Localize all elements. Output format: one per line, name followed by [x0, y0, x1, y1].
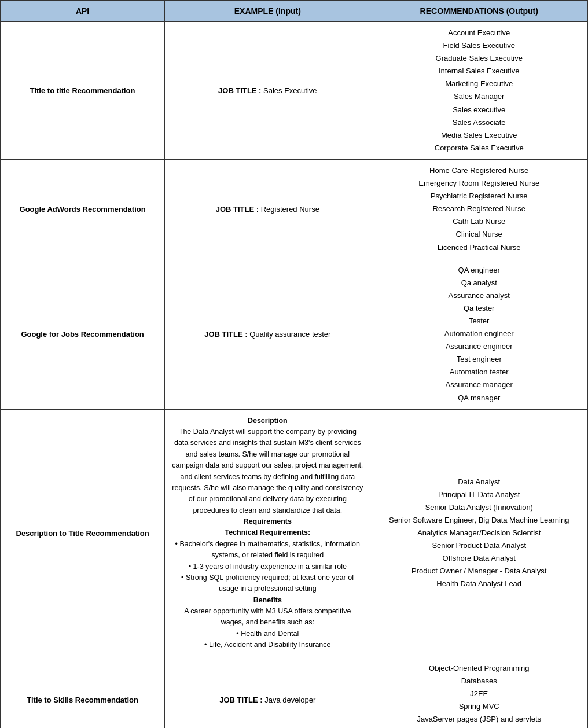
recommendation-item: Principal IT Data Analyst	[376, 488, 582, 501]
recommendation-item: Offshore Data Analyst	[376, 552, 582, 565]
recommendation-item: Senior Software Engineer, Big Data Machi…	[376, 514, 582, 527]
recommendation-item: Test engineer	[376, 353, 582, 366]
example-cell-4: JOB TITLE : Java developer	[165, 657, 370, 728]
benefits-item: • Life, Accident and Disability Insuranc…	[204, 641, 330, 649]
recommendation-item: Senior Product Data Analyst	[376, 539, 582, 552]
recommendation-item: Media Sales Executive	[376, 129, 582, 142]
recommendations-cell-0: Account ExecutiveField Sales ExecutiveGr…	[370, 22, 588, 160]
header-example: EXAMPLE (Input)	[165, 1, 370, 22]
recommendation-item: Health Data Analyst Lead	[376, 578, 582, 590]
recommendation-item: Sales executive	[376, 104, 582, 116]
recommendation-item: Qa tester	[376, 302, 582, 315]
requirements-title: Requirements	[244, 517, 292, 525]
recommendation-item: Sales Associate	[376, 116, 582, 129]
example-label: JOB TITLE :	[204, 330, 247, 339]
recommendation-item: Automation tester	[376, 366, 582, 378]
example-cell-0: JOB TITLE : Sales Executive	[165, 22, 370, 160]
recommendation-item: J2EE	[376, 687, 582, 700]
api-cell-0: Title to title Recommendation	[1, 22, 165, 160]
api-cell-4: Title to Skills Recommendation	[1, 657, 165, 728]
example-cell-2: JOB TITLE : Quality assurance tester	[165, 259, 370, 409]
recommendation-item: Internal Sales Executive	[376, 65, 582, 78]
recommendation-item: Web frameworks	[376, 726, 582, 728]
recommendation-item: Assurance engineer	[376, 340, 582, 353]
example-cell-1: JOB TITLE : Registered Nurse	[165, 159, 370, 259]
recommendation-item: Analytics Manager/Decision Scientist	[376, 527, 582, 539]
recommendation-item: Spring MVC	[376, 700, 582, 713]
example-label: JOB TITLE :	[218, 86, 261, 95]
benefits-item: • Health and Dental	[236, 630, 299, 638]
header-api: API	[1, 1, 165, 22]
recommendation-item: QA manager	[376, 392, 582, 405]
example-label: JOB TITLE :	[216, 205, 259, 214]
description-body: The Data Analyst will support the compan…	[172, 428, 363, 514]
recommendation-item: Sales Manager	[376, 90, 582, 103]
description-title: Description	[248, 417, 288, 425]
recommendations-cell-4: Object-Oriented ProgrammingDatabasesJ2EE…	[370, 657, 588, 728]
recommendation-item: Senior Data Analyst (Innovation)	[376, 501, 582, 514]
technical-item: • Strong SQL proficiency required; at le…	[181, 573, 354, 593]
recommendation-item: Qa analyst	[376, 277, 582, 289]
recommendation-item: Tester	[376, 315, 582, 328]
recommendation-item: Corporate Sales Executive	[376, 142, 582, 155]
recommendation-item: Licenced Practical Nurse	[376, 241, 582, 254]
recommendation-item: Assurance manager	[376, 378, 582, 391]
recommendation-item: Field Sales Executive	[376, 39, 582, 52]
recommendation-item: Clinical Nurse	[376, 228, 582, 241]
technical-title: Technical Requirements:	[225, 528, 310, 536]
recommendation-item: Object-Oriented Programming	[376, 662, 582, 675]
example-label: JOB TITLE :	[219, 696, 262, 704]
benefits-body: A career opportunity with M3 USA offers …	[184, 607, 351, 626]
recommendation-item: Home Care Registered Nurse	[376, 164, 582, 177]
recommendation-item: Emergency Room Registered Nurse	[376, 177, 582, 190]
description-cell: DescriptionThe Data Analyst will support…	[165, 409, 370, 657]
recommendation-item: QA engineer	[376, 264, 582, 277]
technical-item: • Bachelor's degree in mathematics, stat…	[175, 540, 360, 559]
recommendation-item: Marketing Executive	[376, 78, 582, 90]
technical-item: • 1-3 years of industry experience in a …	[189, 562, 347, 571]
recommendation-item: Psychiatric Registered Nurse	[376, 190, 582, 203]
api-cell-1: Google AdWords Recommendation	[1, 159, 165, 259]
recommendation-item: Cath Lab Nurse	[376, 215, 582, 228]
recommendations-cell-2: QA engineerQa analystAssurance analystQa…	[370, 259, 588, 409]
recommendation-item: Research Registered Nurse	[376, 203, 582, 215]
recommendation-item: JavaServer pages (JSP) and servlets	[376, 713, 582, 726]
recommendation-item: Data Analyst	[376, 476, 582, 488]
benefits-title: Benefits	[253, 596, 282, 604]
api-cell-2: Google for Jobs Recommendation	[1, 259, 165, 409]
recommendations-cell-desc: Data AnalystPrincipal IT Data AnalystSen…	[370, 409, 588, 657]
recommendation-item: Account Executive	[376, 27, 582, 39]
recommendation-item: Assurance analyst	[376, 289, 582, 302]
recommendation-item: Automation engineer	[376, 328, 582, 340]
recommendations-cell-1: Home Care Registered NurseEmergency Room…	[370, 159, 588, 259]
recommendation-item: Graduate Sales Executive	[376, 52, 582, 65]
api-cell-3: Description to Title Recommendation	[1, 409, 165, 657]
recommendation-item: Databases	[376, 675, 582, 687]
header-recommendations: RECOMMENDATIONS (Output)	[370, 1, 588, 22]
recommendation-item: Product Owner / Manager - Data Analyst	[376, 565, 582, 578]
